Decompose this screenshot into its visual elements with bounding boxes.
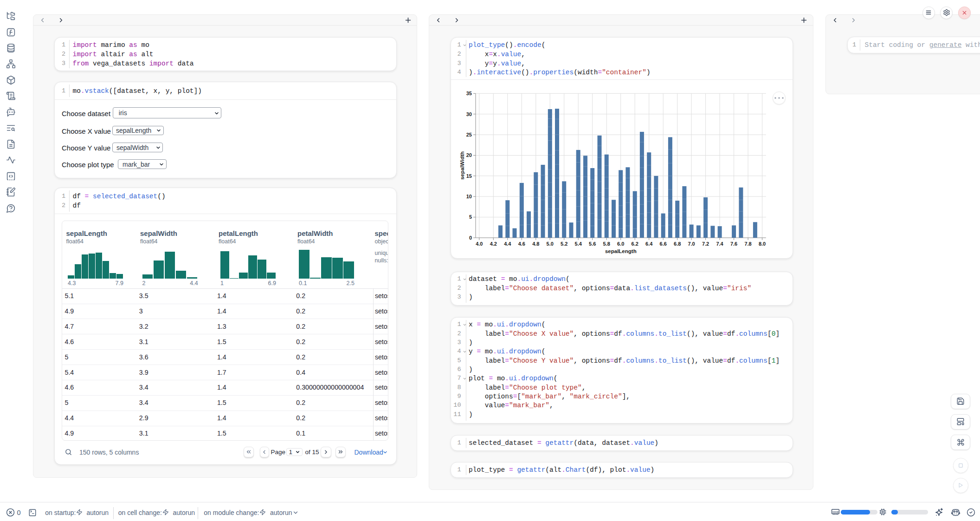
svg-text:30: 30	[466, 111, 472, 117]
svg-text:7.8: 7.8	[744, 241, 751, 247]
svg-text:5.4: 5.4	[575, 241, 582, 247]
svg-text:7.6: 7.6	[730, 241, 737, 247]
svg-text:5.8: 5.8	[603, 241, 610, 247]
svg-text:4.6: 4.6	[518, 241, 525, 247]
svg-text:5: 5	[469, 214, 472, 220]
svg-text:7.2: 7.2	[702, 241, 709, 247]
svg-text:7.0: 7.0	[688, 241, 695, 247]
svg-text:15: 15	[466, 173, 472, 179]
svg-text:6.4: 6.4	[645, 241, 653, 247]
svg-text:35: 35	[466, 91, 472, 96]
svg-text:5.0: 5.0	[547, 241, 554, 247]
svg-text:6.0: 6.0	[617, 241, 624, 247]
svg-text:5.2: 5.2	[561, 241, 567, 247]
svg-text:5.6: 5.6	[589, 241, 596, 247]
svg-text:6.8: 6.8	[674, 241, 681, 247]
svg-text:8.0: 8.0	[759, 241, 766, 247]
svg-text:sepalLength: sepalLength	[605, 248, 637, 254]
svg-text:7.4: 7.4	[716, 241, 723, 247]
svg-text:6.2: 6.2	[632, 241, 638, 247]
svg-text:6.6: 6.6	[660, 241, 667, 247]
svg-text:4.0: 4.0	[476, 241, 483, 247]
svg-text:10: 10	[466, 194, 472, 199]
svg-text:4.8: 4.8	[532, 241, 539, 247]
svg-text:20: 20	[466, 152, 472, 158]
svg-text:sepalWidth: sepalWidth	[459, 151, 465, 180]
svg-text:4.2: 4.2	[490, 241, 497, 247]
svg-text:25: 25	[466, 132, 472, 137]
svg-text:0: 0	[469, 235, 472, 241]
svg-text:4.4: 4.4	[504, 241, 511, 247]
